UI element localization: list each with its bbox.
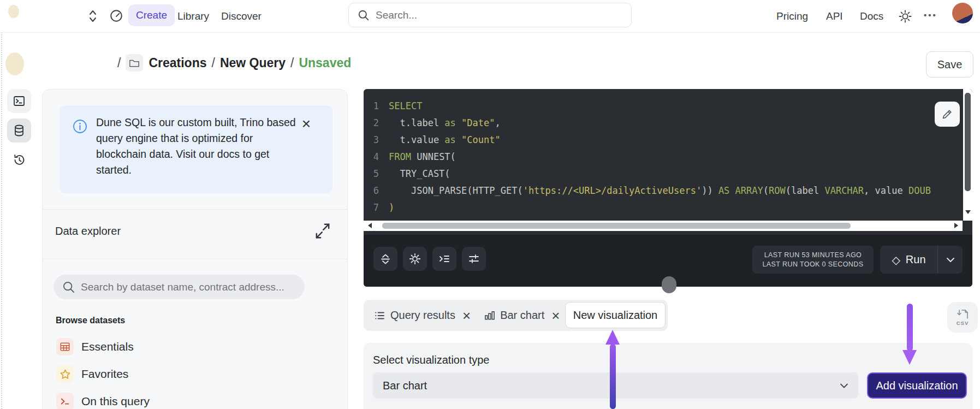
dashboard-gauge-icon[interactable] (109, 9, 123, 23)
run-label: Run (906, 253, 926, 266)
scroll-right-arrow-icon[interactable] (954, 223, 958, 228)
run-options-chevron[interactable] (938, 246, 963, 274)
settings-gear-icon[interactable] (403, 247, 427, 271)
close-icon[interactable]: × (460, 310, 471, 321)
tab-query-results[interactable]: Query results × (367, 309, 477, 322)
sidebar-item-label: Essentials (81, 340, 134, 353)
sidebar-item-label: On this query (81, 395, 150, 408)
expand-icon[interactable] (312, 221, 333, 241)
dataset-search-input[interactable] (81, 281, 294, 293)
tab-new-visualization[interactable]: New visualization (565, 302, 666, 328)
csv-label: CSV (957, 320, 969, 326)
breadcrumb-query-name[interactable]: New Query (220, 56, 286, 70)
sidebar-item-essentials[interactable]: Essentials (56, 338, 134, 355)
line-number: 7 (364, 199, 389, 216)
breadcrumb-separator-2: / (286, 56, 299, 70)
table-icon (56, 338, 74, 355)
tab-label: Bar chart (500, 309, 544, 322)
collapse-chevrons-icon[interactable] (87, 9, 98, 24)
rail-query-editor-button[interactable] (7, 89, 31, 113)
scroll-left-arrow-icon[interactable] (368, 223, 372, 228)
code-line[interactable]: 1SELECT (364, 98, 963, 115)
select-visualization-type-label: Select visualization type (373, 354, 489, 366)
global-search[interactable] (348, 3, 632, 27)
nav-link-api[interactable]: API (826, 10, 843, 22)
close-icon[interactable]: × (549, 310, 560, 321)
add-visualization-button[interactable]: Add visualization (867, 372, 967, 399)
annotation-arrow-down-head (902, 350, 917, 365)
new-visualization-panel: Select visualization type Bar chart Add … (364, 343, 972, 409)
editor-horizontal-scrollbar[interactable] (364, 221, 963, 231)
last-run-duration: LAST RUN TOOK 0 SECONDS (763, 260, 864, 268)
dune-sql-info-banner: Dune SQL is our custom built, Trino base… (60, 105, 332, 193)
breadcrumb-folder[interactable]: Creations (143, 56, 206, 70)
rail-data-explorer-button[interactable] (7, 118, 31, 143)
breadcrumb-separator: / (206, 56, 219, 70)
search-icon (358, 9, 370, 21)
panel-resize-handle[interactable] (662, 276, 676, 293)
data-explorer-title: Data explorer (55, 225, 121, 238)
line-number: 4 (364, 149, 389, 165)
theme-sun-icon[interactable] (898, 9, 912, 23)
nav-link-pricing[interactable]: Pricing (776, 10, 808, 22)
annotation-arrow-up-head (605, 330, 620, 345)
edit-pencil-icon[interactable] (935, 102, 960, 127)
line-number: 1 (364, 98, 389, 115)
tab-bar-chart[interactable]: Bar chart × (477, 309, 566, 322)
data-explorer-sidebar: Dune SQL is our custom built, Trino base… (42, 89, 348, 409)
scroll-down-arrow-icon[interactable] (965, 210, 971, 214)
run-button-group: ◇ Run (880, 246, 963, 274)
sidebar-item-on-this-query[interactable]: On this query (56, 393, 150, 409)
sidebar-item-label: Favorites (81, 367, 128, 381)
last-run-time: LAST RUN 53 MINUTES AGO (764, 251, 862, 259)
brand-logo[interactable] (8, 5, 19, 18)
terminal-icon (56, 393, 74, 409)
chevron-down-icon (840, 383, 848, 389)
nav-item-create[interactable]: Create (128, 4, 175, 26)
horizontal-scrollbar-thumb[interactable] (382, 223, 851, 229)
search-input[interactable] (376, 9, 605, 21)
export-csv-button[interactable]: CSV (947, 302, 978, 333)
fold-code-icon[interactable] (373, 247, 397, 271)
folder-icon[interactable] (126, 54, 143, 72)
team-avatar[interactable] (5, 52, 24, 75)
save-button[interactable]: Save (926, 51, 973, 78)
code-line[interactable]: 3 t.value as "Count" (364, 132, 963, 149)
code-line[interactable]: 7) (364, 199, 963, 216)
rail-history-button[interactable] (7, 148, 31, 172)
top-navigation-bar: Create Library Discover Pricing API Docs… (0, 0, 980, 33)
more-options-icon[interactable]: ••• (924, 10, 937, 20)
tune-sliders-icon[interactable] (462, 247, 486, 271)
line-number: 3 (364, 132, 389, 149)
sidebar-divider (43, 209, 347, 210)
code-line[interactable]: 5 TRY_CAST( (364, 165, 963, 182)
code-line[interactable]: 6 JSON_PARSE(HTTP_GET('https://<URL>/dai… (364, 182, 963, 199)
user-avatar[interactable] (952, 3, 973, 23)
browse-datasets-label: Browse datasets (56, 316, 125, 325)
nav-item-library[interactable]: Library (177, 10, 209, 22)
close-icon[interactable]: × (302, 116, 311, 132)
run-button[interactable]: ◇ Run (880, 246, 938, 274)
terminal-icon (13, 94, 26, 108)
nav-link-docs[interactable]: Docs (860, 10, 883, 22)
dataset-search[interactable] (54, 275, 305, 299)
code-line[interactable]: 2 t.label as "Date", (364, 115, 963, 132)
line-number: 2 (364, 115, 389, 132)
dropdown-value: Bar chart (383, 380, 427, 392)
sql-editor: 1SELECT2 t.label as "Date",3 t.value as … (364, 89, 972, 287)
unsaved-status-badge: Unsaved (299, 56, 351, 70)
star-icon (56, 365, 74, 383)
bar-chart-icon (484, 310, 495, 321)
sql-code-area[interactable]: 1SELECT2 t.label as "Date",3 t.value as … (364, 98, 963, 223)
vertical-scrollbar-thumb[interactable] (965, 93, 971, 191)
line-number: 6 (364, 182, 389, 199)
sidebar-divider-2 (43, 259, 347, 259)
format-code-icon[interactable] (432, 247, 456, 271)
editor-vertical-scrollbar[interactable] (963, 89, 972, 221)
diamond-icon: ◇ (892, 253, 900, 266)
code-line[interactable]: 4FROM UNNEST( (364, 149, 963, 165)
line-number: 5 (364, 165, 389, 182)
sidebar-item-favorites[interactable]: Favorites (56, 365, 128, 383)
nav-item-discover[interactable]: Discover (221, 10, 262, 22)
breadcrumb: / Creations / New Query / Unsaved (112, 54, 351, 72)
